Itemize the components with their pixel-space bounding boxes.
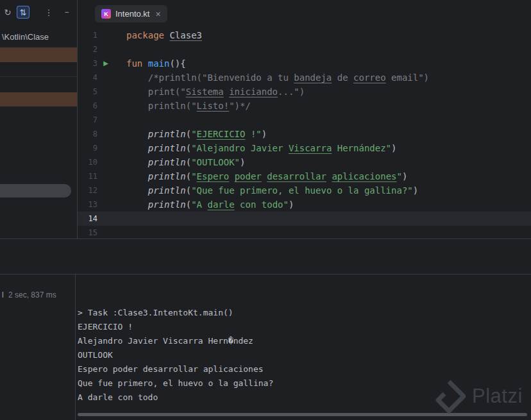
kotlin-file-icon: K <box>101 9 111 19</box>
console-line: Alejandro Javier Viscarra Hern�ndez <box>78 334 531 348</box>
line-number: 9 <box>78 141 99 155</box>
code-text: package Clase3 <box>113 28 202 42</box>
platzi-logo-icon <box>432 378 466 414</box>
code-line[interactable]: 5 print("Sistema iniciando...") <box>78 85 531 99</box>
code-line[interactable]: 7 <box>78 113 531 127</box>
run-icon[interactable]: ▶ <box>103 60 108 67</box>
run-duration-label: 2 sec, 837 ms <box>8 290 56 299</box>
run-header-divider <box>0 274 531 274</box>
console-line: > Task :Clase3.IntentoKt.main() <box>78 306 531 320</box>
line-number: 6 <box>78 99 99 113</box>
gutter <box>99 169 113 183</box>
line-number: 10 <box>78 155 99 169</box>
code-text: println("Alejandro Javier Viscarra Herná… <box>113 141 396 155</box>
gutter <box>99 99 113 113</box>
gutter <box>99 183 113 197</box>
tree-item-selected[interactable] <box>0 184 71 197</box>
swap-icon[interactable]: ⇅ <box>17 6 30 19</box>
code-text: print("Sistema iniciando...") <box>113 85 305 99</box>
sidebar-toolbar: ↻⇅⋮− <box>1 6 73 19</box>
line-number: 11 <box>78 169 99 183</box>
gutter <box>99 28 113 42</box>
code-text: println("OUTLOOK") <box>113 155 245 169</box>
code-text: println("Que fue primero, el huevo o la … <box>113 183 418 197</box>
gutter <box>99 197 113 212</box>
code-line[interactable]: 11 println("Espero poder desarrollar apl… <box>78 169 531 183</box>
code-text <box>113 42 126 56</box>
gutter <box>99 85 113 99</box>
line-number: 8 <box>78 127 99 141</box>
gutter <box>99 42 113 56</box>
more-options-icon[interactable]: ⋮ <box>42 6 55 19</box>
code-line[interactable]: 13 println("A darle con todo") <box>78 197 531 212</box>
code-line[interactable]: 6 println("Listo!")*/ <box>78 99 531 113</box>
line-number: 3 <box>78 56 99 71</box>
gutter <box>99 113 113 127</box>
run-duration-status: l 2 sec, 837 ms <box>2 290 56 299</box>
editor-tab-intento[interactable]: K Intento.kt × <box>95 5 167 22</box>
line-number: 7 <box>78 113 99 127</box>
code-line[interactable]: 1package Clase3 <box>78 28 531 42</box>
sync-icon[interactable]: ↻ <box>1 6 14 19</box>
tree-item-highlighted[interactable] <box>0 92 77 106</box>
line-number: 4 <box>78 71 99 85</box>
divider <box>0 76 77 77</box>
gutter <box>99 71 113 85</box>
hide-icon[interactable]: − <box>60 6 73 19</box>
code-text: println("Espero poder desarrollar aplica… <box>113 169 407 183</box>
platzi-watermark-text: Platzi <box>472 385 523 408</box>
tab-label: Intento.kt <box>115 9 149 19</box>
console-line: OUTLOOK <box>78 348 531 362</box>
editor-runpanel-divider[interactable] <box>0 239 531 239</box>
line-number: 1 <box>78 28 99 42</box>
tree-item-highlighted[interactable] <box>0 47 77 62</box>
code-line[interactable]: 4 /*println("Bienvenido a tu bandeja de … <box>78 71 531 85</box>
line-number: 2 <box>78 42 99 56</box>
line-number: 5 <box>78 85 99 99</box>
code-area[interactable]: 1package Clase323▶fun main(){4 /*println… <box>78 28 531 239</box>
sidebar-path-label: \Kotlin\Clase <box>2 32 49 42</box>
platzi-watermark: Platzi <box>432 378 523 414</box>
gutter: ▶ <box>99 56 113 71</box>
code-line[interactable]: 8 println("EJERCICIO !") <box>78 127 531 141</box>
code-line[interactable]: 14 <box>78 212 531 226</box>
code-text <box>113 226 126 239</box>
code-line[interactable]: 2 <box>78 42 531 56</box>
gutter <box>99 127 113 141</box>
code-text: println("EJERCICIO !") <box>113 127 267 141</box>
editor: K Intento.kt × 1package Clase323▶fun mai… <box>78 0 531 239</box>
gutter <box>99 226 113 239</box>
line-number: 12 <box>78 183 99 197</box>
gutter <box>99 212 113 226</box>
line-number: 15 <box>78 226 99 239</box>
code-text: /*println("Bienvenido a tu bandeja de co… <box>113 71 429 85</box>
line-number: 13 <box>78 197 99 212</box>
gutter <box>99 155 113 169</box>
close-icon[interactable]: × <box>155 10 160 19</box>
console-line: EJERCICIO ! <box>78 320 531 334</box>
sidebar: ↻⇅⋮− \Kotlin\Clase <box>0 0 77 239</box>
code-line[interactable]: 3▶fun main(){ <box>78 56 531 71</box>
code-line[interactable]: 9 println("Alejandro Javier Viscarra Her… <box>78 141 531 155</box>
code-text: println("Listo!")*/ <box>113 99 251 113</box>
gutter <box>99 141 113 155</box>
code-line[interactable]: 12 println("Que fue primero, el huevo o … <box>78 183 531 197</box>
code-text: fun main(){ <box>113 56 186 71</box>
code-text <box>113 212 126 226</box>
run-status-truncated-text: l <box>2 290 4 299</box>
code-line[interactable]: 15 <box>78 226 531 239</box>
code-line[interactable]: 10 println("OUTLOOK") <box>78 155 531 169</box>
code-text: println("A darle con todo") <box>113 197 294 212</box>
code-text <box>113 113 126 127</box>
console-line: Espero poder desarrollar aplicaciones <box>78 362 531 376</box>
line-number: 14 <box>78 212 99 226</box>
ide-window: ↻⇅⋮− \Kotlin\Clase K Intento.kt × 1packa… <box>0 0 531 420</box>
